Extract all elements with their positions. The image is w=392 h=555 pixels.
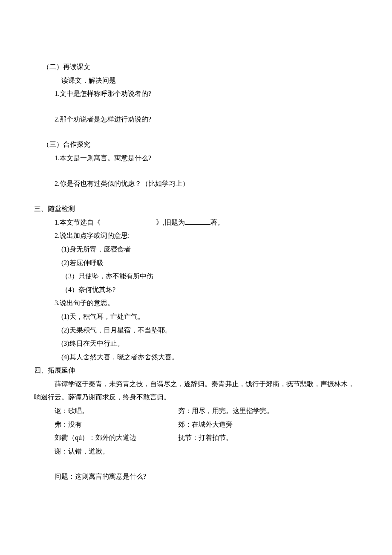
q1-mid: 》,旧题为 — [156, 219, 185, 226]
final-question: 问题：这则寓言的寓意是什么? — [34, 470, 358, 483]
vocab-qiong: 穷：用尽，用完。这里指学完。 — [178, 405, 358, 417]
q1-prefix: 1.本文节选自《 — [55, 219, 101, 226]
q-reread-2: 2.那个劝说者是怎样进行劝说的? — [34, 113, 358, 126]
q-reread-1: 1.文中是怎样称呼那个劝说者的? — [34, 87, 358, 100]
passage-line-1: 薛谭学讴于秦青，未穷青之技，自谓尽之，遂辞归。秦青弗止，饯行于郊衢，抚节悲歌，声… — [34, 378, 358, 390]
q-fill-blank: 1.本文节选自《》,旧题为著。 — [34, 216, 358, 229]
q3-c: (3)终日在天中行止。 — [34, 337, 358, 350]
vocab-xie: 谢：认错，道歉。 — [55, 448, 109, 455]
q3-b: (2)天果积气，日月星宿，不当坠耶。 — [34, 324, 358, 337]
q-explore-2: 2.你是否也有过类似的忧虑？（比如学习上） — [34, 177, 358, 190]
q3-title: 3.说出句子的意思。 — [34, 297, 358, 309]
vocab-row-1: 讴：歌唱。 穷：用尽，用完。这里指学完。 — [34, 405, 358, 417]
q2-title: 2.说出加点字或词的意思: — [34, 229, 358, 242]
q2-d: （4）奈何忧其坏? — [34, 283, 358, 296]
q3-d: (4)其人舍然大喜，晓之者亦舍然大喜。 — [34, 351, 358, 364]
vocab-qu: 郊衢（qú）：郊外的大道边 — [55, 431, 178, 444]
q2-a: (1)身无所寄，废寝食者 — [34, 243, 358, 256]
part-4-title: 四、拓展延伸 — [34, 364, 358, 377]
q3-a: (1)天，积气耳，亡处亡气。 — [34, 310, 358, 323]
vocab-row-3: 郊衢（qú）：郊外的大道边 抚节：打着拍节。 — [34, 431, 358, 444]
section-2-subtitle: 读课文，解决问题 — [34, 74, 358, 87]
part-3-title: 三、随堂检测 — [34, 202, 358, 215]
vocab-row-4: 谢：认错，道歉。 — [34, 445, 358, 458]
vocab-ou: 讴：歌唱。 — [55, 405, 178, 417]
q2-c: （3）只使坠，亦不能有所中伤 — [34, 270, 358, 283]
q-explore-1: 1.本文是一则寓言。寓意是什么? — [34, 152, 358, 165]
passage-line-2: 响遏行云。薛谭乃谢而求反，终身不敢言归。 — [34, 391, 358, 404]
vocab-fujie: 抚节：打着拍节。 — [178, 431, 358, 444]
section-3-title: （三）合作探究 — [34, 138, 358, 151]
vocab-jiao: 郊：在城外大道旁 — [178, 418, 358, 431]
q2-b: (2)若屈伸呼吸 — [34, 257, 358, 269]
blank-underline-1 — [185, 224, 210, 225]
section-2-title: （二）再读课文 — [34, 61, 358, 73]
vocab-fu: 弗：没有 — [55, 418, 178, 431]
vocab-row-2: 弗：没有 郊：在城外大道旁 — [34, 418, 358, 431]
q1-suffix: 著。 — [210, 219, 224, 226]
